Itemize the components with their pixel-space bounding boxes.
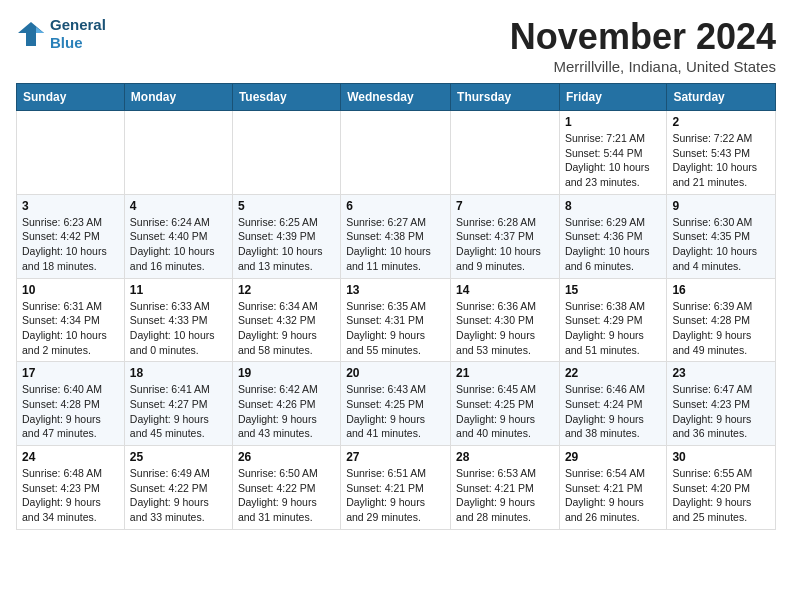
calendar-cell bbox=[232, 111, 340, 195]
day-number: 27 bbox=[346, 450, 445, 464]
calendar-cell: 9Sunrise: 6:30 AM Sunset: 4:35 PM Daylig… bbox=[667, 194, 776, 278]
day-number: 14 bbox=[456, 283, 554, 297]
day-number: 11 bbox=[130, 283, 227, 297]
day-info: Sunrise: 6:42 AM Sunset: 4:26 PM Dayligh… bbox=[238, 382, 335, 441]
calendar-cell: 3Sunrise: 6:23 AM Sunset: 4:42 PM Daylig… bbox=[17, 194, 125, 278]
day-info: Sunrise: 6:24 AM Sunset: 4:40 PM Dayligh… bbox=[130, 215, 227, 274]
logo-text: General Blue bbox=[50, 16, 106, 52]
calendar-cell: 13Sunrise: 6:35 AM Sunset: 4:31 PM Dayli… bbox=[341, 278, 451, 362]
calendar-cell: 28Sunrise: 6:53 AM Sunset: 4:21 PM Dayli… bbox=[451, 446, 560, 530]
calendar-cell: 18Sunrise: 6:41 AM Sunset: 4:27 PM Dayli… bbox=[124, 362, 232, 446]
day-info: Sunrise: 6:33 AM Sunset: 4:33 PM Dayligh… bbox=[130, 299, 227, 358]
day-info: Sunrise: 6:31 AM Sunset: 4:34 PM Dayligh… bbox=[22, 299, 119, 358]
day-info: Sunrise: 6:30 AM Sunset: 4:35 PM Dayligh… bbox=[672, 215, 770, 274]
day-number: 7 bbox=[456, 199, 554, 213]
week-row-3: 10Sunrise: 6:31 AM Sunset: 4:34 PM Dayli… bbox=[17, 278, 776, 362]
title-area: November 2024 Merrillville, Indiana, Uni… bbox=[510, 16, 776, 75]
calendar-cell: 24Sunrise: 6:48 AM Sunset: 4:23 PM Dayli… bbox=[17, 446, 125, 530]
day-info: Sunrise: 6:54 AM Sunset: 4:21 PM Dayligh… bbox=[565, 466, 661, 525]
day-number: 12 bbox=[238, 283, 335, 297]
day-info: Sunrise: 6:23 AM Sunset: 4:42 PM Dayligh… bbox=[22, 215, 119, 274]
calendar-cell: 22Sunrise: 6:46 AM Sunset: 4:24 PM Dayli… bbox=[559, 362, 666, 446]
calendar-cell: 10Sunrise: 6:31 AM Sunset: 4:34 PM Dayli… bbox=[17, 278, 125, 362]
weekday-header-wednesday: Wednesday bbox=[341, 84, 451, 111]
calendar-cell: 19Sunrise: 6:42 AM Sunset: 4:26 PM Dayli… bbox=[232, 362, 340, 446]
calendar-cell: 29Sunrise: 6:54 AM Sunset: 4:21 PM Dayli… bbox=[559, 446, 666, 530]
day-info: Sunrise: 6:41 AM Sunset: 4:27 PM Dayligh… bbox=[130, 382, 227, 441]
day-info: Sunrise: 6:36 AM Sunset: 4:30 PM Dayligh… bbox=[456, 299, 554, 358]
weekday-header-sunday: Sunday bbox=[17, 84, 125, 111]
logo-icon bbox=[16, 19, 46, 49]
day-number: 8 bbox=[565, 199, 661, 213]
calendar-cell bbox=[451, 111, 560, 195]
week-row-5: 24Sunrise: 6:48 AM Sunset: 4:23 PM Dayli… bbox=[17, 446, 776, 530]
calendar-cell: 5Sunrise: 6:25 AM Sunset: 4:39 PM Daylig… bbox=[232, 194, 340, 278]
day-info: Sunrise: 6:46 AM Sunset: 4:24 PM Dayligh… bbox=[565, 382, 661, 441]
day-number: 18 bbox=[130, 366, 227, 380]
weekday-header-monday: Monday bbox=[124, 84, 232, 111]
calendar-cell: 17Sunrise: 6:40 AM Sunset: 4:28 PM Dayli… bbox=[17, 362, 125, 446]
week-row-4: 17Sunrise: 6:40 AM Sunset: 4:28 PM Dayli… bbox=[17, 362, 776, 446]
weekday-header-row: SundayMondayTuesdayWednesdayThursdayFrid… bbox=[17, 84, 776, 111]
day-info: Sunrise: 6:38 AM Sunset: 4:29 PM Dayligh… bbox=[565, 299, 661, 358]
day-info: Sunrise: 6:53 AM Sunset: 4:21 PM Dayligh… bbox=[456, 466, 554, 525]
day-number: 24 bbox=[22, 450, 119, 464]
day-info: Sunrise: 6:27 AM Sunset: 4:38 PM Dayligh… bbox=[346, 215, 445, 274]
calendar-cell: 26Sunrise: 6:50 AM Sunset: 4:22 PM Dayli… bbox=[232, 446, 340, 530]
day-number: 28 bbox=[456, 450, 554, 464]
day-info: Sunrise: 7:21 AM Sunset: 5:44 PM Dayligh… bbox=[565, 131, 661, 190]
calendar-cell: 6Sunrise: 6:27 AM Sunset: 4:38 PM Daylig… bbox=[341, 194, 451, 278]
calendar-cell: 2Sunrise: 7:22 AM Sunset: 5:43 PM Daylig… bbox=[667, 111, 776, 195]
day-number: 20 bbox=[346, 366, 445, 380]
day-info: Sunrise: 6:34 AM Sunset: 4:32 PM Dayligh… bbox=[238, 299, 335, 358]
calendar-cell bbox=[17, 111, 125, 195]
calendar-cell: 7Sunrise: 6:28 AM Sunset: 4:37 PM Daylig… bbox=[451, 194, 560, 278]
day-number: 30 bbox=[672, 450, 770, 464]
calendar-cell: 23Sunrise: 6:47 AM Sunset: 4:23 PM Dayli… bbox=[667, 362, 776, 446]
weekday-header-tuesday: Tuesday bbox=[232, 84, 340, 111]
day-number: 22 bbox=[565, 366, 661, 380]
svg-marker-0 bbox=[18, 22, 44, 46]
day-number: 13 bbox=[346, 283, 445, 297]
day-number: 1 bbox=[565, 115, 661, 129]
calendar-cell: 15Sunrise: 6:38 AM Sunset: 4:29 PM Dayli… bbox=[559, 278, 666, 362]
calendar-cell bbox=[341, 111, 451, 195]
calendar-cell: 21Sunrise: 6:45 AM Sunset: 4:25 PM Dayli… bbox=[451, 362, 560, 446]
calendar-cell: 14Sunrise: 6:36 AM Sunset: 4:30 PM Dayli… bbox=[451, 278, 560, 362]
day-info: Sunrise: 6:29 AM Sunset: 4:36 PM Dayligh… bbox=[565, 215, 661, 274]
day-number: 21 bbox=[456, 366, 554, 380]
calendar-cell: 4Sunrise: 6:24 AM Sunset: 4:40 PM Daylig… bbox=[124, 194, 232, 278]
day-info: Sunrise: 6:45 AM Sunset: 4:25 PM Dayligh… bbox=[456, 382, 554, 441]
page-header: General Blue November 2024 Merrillville,… bbox=[16, 16, 776, 75]
weekday-header-thursday: Thursday bbox=[451, 84, 560, 111]
day-info: Sunrise: 6:28 AM Sunset: 4:37 PM Dayligh… bbox=[456, 215, 554, 274]
day-number: 2 bbox=[672, 115, 770, 129]
day-info: Sunrise: 6:35 AM Sunset: 4:31 PM Dayligh… bbox=[346, 299, 445, 358]
calendar-cell: 16Sunrise: 6:39 AM Sunset: 4:28 PM Dayli… bbox=[667, 278, 776, 362]
month-title: November 2024 bbox=[510, 16, 776, 58]
day-info: Sunrise: 6:50 AM Sunset: 4:22 PM Dayligh… bbox=[238, 466, 335, 525]
calendar-cell: 27Sunrise: 6:51 AM Sunset: 4:21 PM Dayli… bbox=[341, 446, 451, 530]
location: Merrillville, Indiana, United States bbox=[510, 58, 776, 75]
logo: General Blue bbox=[16, 16, 106, 52]
day-number: 26 bbox=[238, 450, 335, 464]
calendar-cell bbox=[124, 111, 232, 195]
week-row-1: 1Sunrise: 7:21 AM Sunset: 5:44 PM Daylig… bbox=[17, 111, 776, 195]
day-info: Sunrise: 6:48 AM Sunset: 4:23 PM Dayligh… bbox=[22, 466, 119, 525]
day-number: 25 bbox=[130, 450, 227, 464]
calendar-cell: 25Sunrise: 6:49 AM Sunset: 4:22 PM Dayli… bbox=[124, 446, 232, 530]
day-number: 5 bbox=[238, 199, 335, 213]
day-info: Sunrise: 6:55 AM Sunset: 4:20 PM Dayligh… bbox=[672, 466, 770, 525]
day-number: 29 bbox=[565, 450, 661, 464]
day-number: 6 bbox=[346, 199, 445, 213]
day-number: 16 bbox=[672, 283, 770, 297]
calendar-cell: 20Sunrise: 6:43 AM Sunset: 4:25 PM Dayli… bbox=[341, 362, 451, 446]
day-info: Sunrise: 6:25 AM Sunset: 4:39 PM Dayligh… bbox=[238, 215, 335, 274]
calendar-cell: 30Sunrise: 6:55 AM Sunset: 4:20 PM Dayli… bbox=[667, 446, 776, 530]
day-info: Sunrise: 6:51 AM Sunset: 4:21 PM Dayligh… bbox=[346, 466, 445, 525]
day-info: Sunrise: 6:40 AM Sunset: 4:28 PM Dayligh… bbox=[22, 382, 119, 441]
day-number: 17 bbox=[22, 366, 119, 380]
day-number: 15 bbox=[565, 283, 661, 297]
calendar-cell: 12Sunrise: 6:34 AM Sunset: 4:32 PM Dayli… bbox=[232, 278, 340, 362]
day-number: 23 bbox=[672, 366, 770, 380]
